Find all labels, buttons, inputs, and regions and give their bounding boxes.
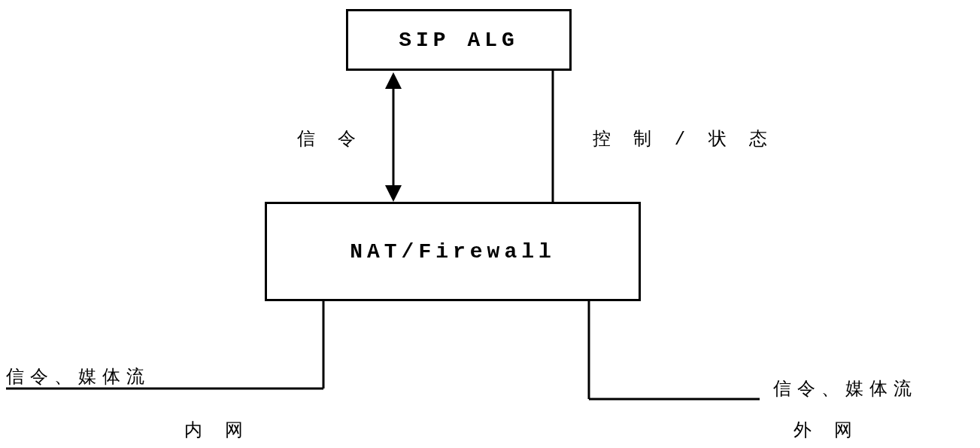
- outer-net-label: 外 网: [793, 418, 858, 442]
- signaling-label: 信 令: [297, 126, 362, 151]
- inner-net-label: 内 网: [184, 418, 249, 442]
- nat-firewall-label: NAT/Firewall: [350, 240, 556, 264]
- svg-marker-1: [385, 72, 402, 89]
- sip-alg-box: SIP ALG: [346, 9, 572, 71]
- svg-marker-2: [385, 185, 402, 202]
- left-flow-label: 信令、媒体流: [6, 364, 150, 389]
- control-status-label: 控 制 / 状 态: [593, 126, 773, 151]
- sip-alg-label: SIP ALG: [399, 29, 519, 52]
- right-flow-label: 信令、媒体流: [773, 376, 918, 401]
- signaling-arrow: [385, 72, 402, 202]
- right-wan-line: [589, 301, 760, 399]
- nat-firewall-box: NAT/Firewall: [265, 202, 641, 301]
